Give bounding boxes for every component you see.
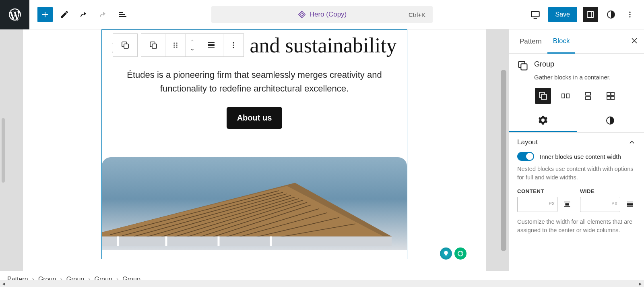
content-width-help: Nested blocks use content width with opt… (517, 165, 636, 182)
select-parent-button[interactable] (113, 34, 137, 56)
svg-rect-50 (566, 94, 569, 98)
close-icon (630, 37, 638, 45)
desktop-icon (530, 9, 541, 20)
kebab-icon (229, 40, 237, 50)
command-shortcut: Ctrl+K (409, 11, 425, 18)
settings-sidebar: Pattern Block Group Gather blocks in a c… (509, 29, 644, 271)
group-icon (149, 40, 158, 50)
variation-group[interactable] (535, 88, 551, 104)
svg-point-31 (173, 43, 175, 44)
styles-button[interactable] (604, 7, 618, 22)
bulb-icon (443, 250, 449, 257)
hero-subheading[interactable]: Études is a pioneering firm that seamles… (102, 68, 407, 96)
sidebar-tabs: Pattern Block (509, 29, 644, 54)
editor-canvas-area: nt to innovation and sustainability Étud… (0, 29, 509, 271)
building-illustration (102, 173, 392, 246)
collapse-panel-button[interactable] (628, 138, 636, 146)
content-width-toggle[interactable] (517, 152, 534, 161)
block-options-button[interactable] (223, 34, 244, 56)
pencil-icon (60, 10, 69, 19)
close-sidebar-button[interactable] (630, 37, 638, 45)
pattern-icon (297, 10, 306, 19)
settings-tab[interactable] (509, 109, 577, 132)
svg-point-35 (173, 47, 175, 48)
svg-rect-22 (102, 237, 392, 246)
align-center-icon (563, 200, 572, 209)
block-inserter-button[interactable] (37, 7, 53, 22)
variation-stack[interactable] (580, 88, 596, 104)
undo-button[interactable] (76, 7, 91, 22)
left-scrollbar[interactable] (2, 118, 5, 183)
hero-image[interactable] (102, 157, 407, 250)
hero-button[interactable]: About us (227, 107, 283, 129)
customize-width-help: Customize the width for all elements tha… (517, 218, 636, 235)
tab-block[interactable]: Block (547, 30, 576, 54)
styles-tab[interactable] (577, 109, 644, 132)
redo-button (95, 7, 111, 22)
variation-grid[interactable] (603, 88, 619, 104)
wordpress-logo-button[interactable] (0, 0, 29, 29)
block-card: Group Gather blocks in a container. (509, 54, 644, 109)
inspector-panel-tabs (509, 109, 644, 133)
svg-point-32 (176, 43, 177, 44)
canvas-vertical-scrollbar[interactable] (500, 29, 507, 271)
svg-rect-28 (124, 44, 128, 48)
move-buttons[interactable]: ⌃ ⌄ (186, 34, 199, 56)
document-title-bar[interactable]: Hero (Copy) Ctrl+K (211, 6, 433, 23)
document-overview-button[interactable] (115, 7, 130, 22)
block-name: Group (534, 60, 554, 69)
block-type-button[interactable] (141, 34, 165, 56)
svg-rect-59 (564, 202, 570, 202)
svg-rect-56 (611, 96, 614, 100)
content-width-label: CONTENT (517, 188, 574, 194)
floating-badges (440, 247, 466, 260)
plus-icon (40, 10, 50, 19)
svg-rect-55 (607, 96, 610, 100)
content-align-button[interactable] (561, 197, 574, 212)
align-wide-icon (625, 200, 634, 209)
move-up-button: ⌃ (190, 39, 195, 45)
svg-point-33 (173, 45, 175, 46)
align-button[interactable] (199, 34, 223, 56)
svg-rect-52 (586, 97, 590, 100)
drag-icon (171, 41, 180, 49)
grid-icon (606, 91, 615, 101)
half-circle-icon (606, 10, 616, 19)
editor-topbar: Hero (Copy) Ctrl+K Save (0, 0, 644, 29)
topbar-right-tools: Save (528, 7, 636, 22)
move-down-button[interactable]: ⌄ (190, 45, 195, 52)
svg-rect-61 (627, 203, 633, 206)
device-preview-button[interactable] (528, 7, 543, 22)
chevron-up-icon (628, 138, 636, 146)
editor-page[interactable]: nt to innovation and sustainability Étud… (23, 29, 486, 271)
wordpress-logo-icon (8, 7, 22, 22)
wide-align-button[interactable] (623, 197, 636, 212)
svg-point-34 (176, 45, 177, 46)
selected-group-block[interactable]: nt to innovation and sustainability Étud… (101, 29, 407, 259)
editor-main: nt to innovation and sustainability Étud… (0, 29, 644, 271)
svg-rect-1 (587, 12, 594, 17)
undo-icon (79, 10, 89, 19)
scrollbar-thumb[interactable] (501, 70, 506, 251)
helper-badge[interactable] (440, 247, 452, 260)
settings-sidebar-toggle[interactable] (583, 7, 598, 22)
save-button[interactable]: Save (548, 7, 577, 22)
variation-row[interactable] (557, 88, 574, 104)
svg-rect-46 (521, 64, 527, 70)
half-circle-icon (605, 116, 615, 125)
wide-width-input[interactable]: PX (580, 197, 620, 212)
grammarly-badge[interactable] (454, 247, 466, 260)
svg-rect-0 (531, 11, 539, 17)
grammarly-icon (457, 250, 464, 257)
more-menu-button[interactable] (624, 7, 636, 22)
svg-rect-49 (562, 94, 565, 98)
drag-handle[interactable] (165, 34, 186, 56)
tab-pattern[interactable]: Pattern (514, 29, 547, 53)
group-variation-picker (517, 88, 636, 104)
content-width-input[interactable]: PX (517, 197, 557, 212)
svg-rect-48 (541, 94, 547, 100)
tools-button[interactable] (57, 7, 72, 22)
stack-icon (583, 91, 593, 101)
group-icon (538, 91, 548, 101)
block-toolbar: ⌃ ⌄ (113, 33, 244, 57)
